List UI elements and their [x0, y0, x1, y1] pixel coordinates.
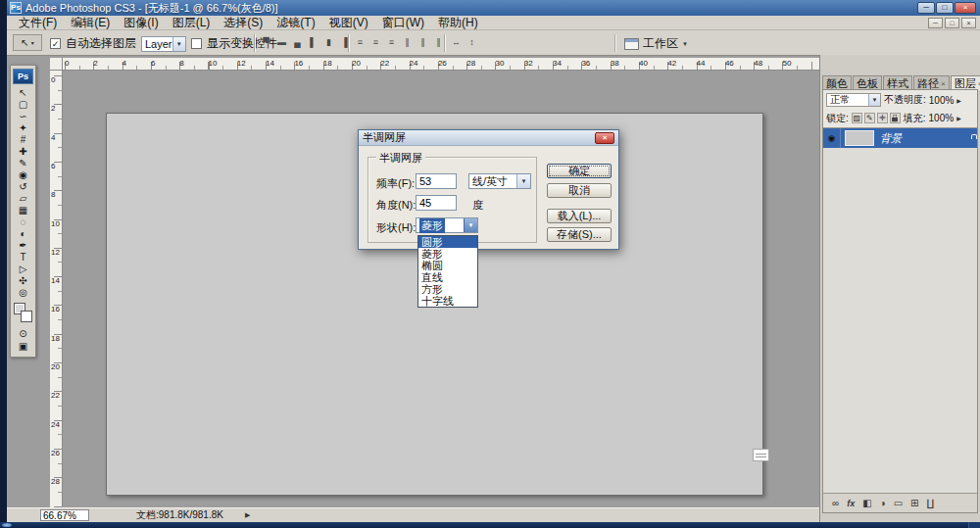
shape-option[interactable]: 方形 [418, 283, 477, 295]
menu-item-window[interactable]: 窗口(W) [375, 16, 431, 30]
link-layers-icon[interactable]: ∞ [832, 498, 839, 508]
delete-layer-icon[interactable]: ∐ [927, 498, 935, 508]
panel-tab-swatches[interactable]: 色板 [853, 75, 882, 90]
maximize-button[interactable]: □ [936, 2, 954, 14]
menu-item-file[interactable]: 文件(F) [12, 16, 64, 30]
panel-tab-paths[interactable]: 路径× [913, 75, 950, 90]
menu-item-help[interactable]: 帮助(H) [431, 16, 485, 30]
layer-row-background[interactable]: ◉ 背景 [823, 128, 977, 148]
crop-tool[interactable]: # [12, 134, 34, 146]
menu-item-view[interactable]: 视图(V) [322, 16, 375, 30]
chevron-down-icon[interactable]: ▼ [516, 174, 530, 188]
doc-close-button[interactable]: × [961, 18, 976, 28]
gradient-tool[interactable]: ▦ [12, 205, 34, 216]
distribute-top-edges-icon[interactable]: ≡ [354, 36, 367, 49]
lock-all-icon[interactable] [890, 113, 901, 123]
status-menu-arrow-icon[interactable]: ▶ [245, 511, 250, 519]
show-desktop-button[interactable] [968, 522, 980, 528]
align-left-edges-icon[interactable]: ▌ [307, 36, 319, 49]
healing-brush-tool[interactable]: ✚ [12, 146, 34, 158]
menu-item-layer[interactable]: 图层(L) [166, 16, 218, 30]
minimize-button[interactable]: ─ [917, 2, 935, 14]
color-swatches[interactable] [12, 302, 35, 325]
path-selection-tool[interactable]: ▷ [12, 264, 34, 275]
lasso-tool[interactable]: ∽ [12, 111, 34, 122]
ok-button[interactable]: 确定 [547, 164, 612, 178]
panel-tab-styles[interactable]: 样式 [883, 75, 912, 90]
align-top-edges-icon[interactable]: ▀ [260, 36, 272, 49]
align-horizontal-centers-icon[interactable]: ▮ [322, 36, 335, 49]
frequency-unit-select[interactable]: 线/英寸 ▼ [468, 173, 531, 189]
distribute-horizontal-centers-icon[interactable]: ∥ [416, 36, 429, 49]
quick-mask-button[interactable]: ⊙ [12, 327, 34, 340]
type-tool[interactable]: T [12, 252, 34, 264]
menu-item-image[interactable]: 图像(I) [117, 16, 165, 30]
fill-arrow-icon[interactable]: ▶ [956, 115, 961, 121]
doc-restore-button[interactable]: □ [945, 18, 959, 28]
screen-mode-button[interactable]: ▣ [12, 340, 34, 353]
magic-wand-tool[interactable]: ✦ [12, 122, 34, 134]
save-button[interactable]: 存储(S)... [547, 227, 612, 242]
auto-select-layer-checkbox[interactable]: ✓ [50, 38, 61, 49]
tab-close-icon[interactable]: × [941, 77, 946, 90]
load-button[interactable]: 载入(L)... [547, 209, 612, 223]
distribute-vertical-centers-icon[interactable]: ≡ [369, 36, 382, 49]
menu-item-filter[interactable]: 滤镜(T) [270, 16, 321, 30]
zoom-input[interactable] [40, 509, 89, 521]
layer-thumbnail[interactable] [845, 130, 874, 146]
menu-item-select[interactable]: 选择(S) [217, 16, 270, 30]
align-vertical-centers-icon[interactable]: ▬ [275, 36, 288, 49]
new-layer-icon[interactable]: ⊞ [910, 498, 918, 508]
layer-visibility-toggle[interactable]: ◉ [823, 128, 841, 148]
dodge-tool[interactable]: ◐ [12, 228, 34, 240]
layer-style-icon[interactable]: fx [847, 499, 855, 508]
zoom-tool[interactable]: ◎ [12, 287, 34, 299]
distribute-left-edges-icon[interactable]: ∥ [401, 36, 414, 49]
panel-tab-layers[interactable]: 图层× [951, 75, 980, 90]
hand-tool[interactable]: ✣ [12, 275, 34, 287]
angle-input[interactable] [416, 195, 457, 211]
add-layer-mask-icon[interactable]: ◧ [862, 498, 871, 508]
frequency-input[interactable] [416, 173, 457, 189]
auto-select-scope-select[interactable]: Layer ▼ [141, 36, 186, 52]
align-bottom-edges-icon[interactable]: ▄ [291, 36, 304, 49]
rectangular-marquee-tool[interactable]: ▢ [12, 99, 34, 111]
pen-tool[interactable]: ✒ [12, 240, 34, 252]
cancel-button[interactable]: 取消 [547, 183, 612, 198]
chevron-down-icon[interactable]: ▼ [464, 218, 477, 232]
menu-item-edit[interactable]: 编辑(E) [64, 16, 117, 30]
workspace-switcher[interactable]: 工作区 ▼ [624, 35, 688, 52]
close-button[interactable]: × [955, 2, 976, 14]
shape-option[interactable]: 椭圆 [418, 260, 477, 271]
fill-value[interactable]: 100% [929, 113, 955, 123]
history-brush-tool[interactable]: ↺ [12, 181, 34, 193]
layer-group-icon[interactable]: ▭ [894, 498, 903, 508]
shape-option[interactable]: 圆形 [418, 236, 477, 248]
move-tool[interactable]: ↖ [12, 87, 34, 99]
tool-preset-picker[interactable]: ↖ ▾ [13, 34, 42, 51]
opacity-arrow-icon[interactable]: ▶ [956, 97, 961, 104]
eraser-tool[interactable]: ▱ [12, 193, 34, 205]
chevron-down-icon[interactable]: ▼ [172, 37, 185, 51]
distribute-bottom-edges-icon[interactable]: ≡ [385, 36, 398, 49]
blur-tool[interactable]: ◌ [12, 216, 34, 228]
shape-option[interactable]: 菱形 [418, 248, 477, 260]
lock-pixels-icon[interactable]: ✎ [864, 113, 875, 123]
shape-select[interactable]: 菱形 ▼ [416, 217, 478, 233]
chevron-down-icon[interactable]: ▼ [868, 94, 880, 106]
lock-transparency-icon[interactable]: ▨ [852, 113, 862, 123]
align-right-edges-icon[interactable]: ▐ [338, 36, 351, 49]
distribute-horizontal-space-icon[interactable]: ↔ [450, 36, 463, 49]
clone-stamp-tool[interactable]: ◉ [12, 169, 34, 181]
shape-option[interactable]: 十字线 [418, 295, 477, 307]
doc-minimize-button[interactable]: ─ [928, 18, 943, 28]
show-transform-controls-checkbox[interactable] [191, 38, 202, 49]
distribute-vertical-space-icon[interactable]: ↕ [466, 36, 478, 49]
shape-option[interactable]: 直线 [418, 271, 477, 283]
dialog-titlebar[interactable]: 半调网屏 × [359, 130, 618, 146]
blend-mode-select[interactable]: 正常 ▼ [826, 93, 881, 107]
panel-tab-color[interactable]: 颜色 [822, 75, 852, 90]
opacity-value[interactable]: 100% [929, 95, 955, 106]
brush-tool[interactable]: ✎ [12, 158, 34, 169]
dialog-close-button[interactable]: × [595, 132, 614, 144]
